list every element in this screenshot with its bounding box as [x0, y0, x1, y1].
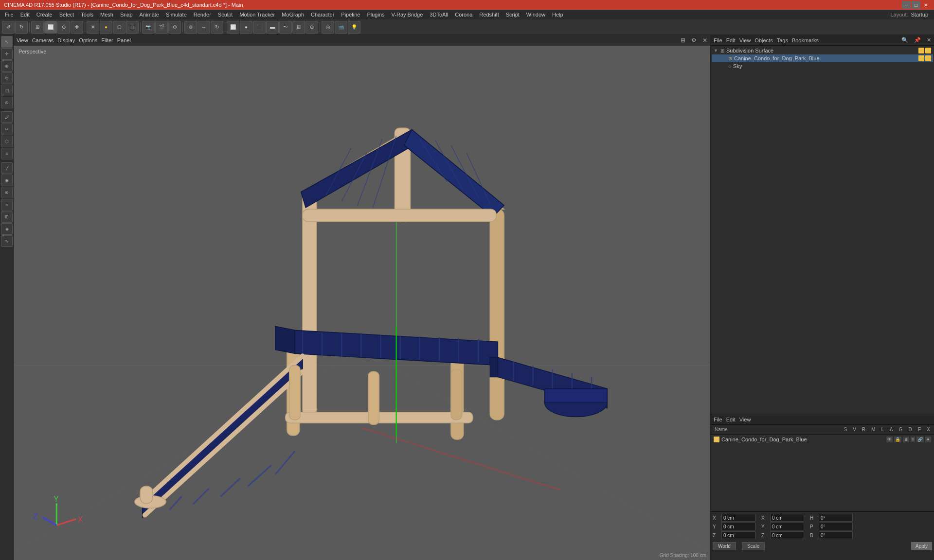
attr-menu-edit[interactable]: Edit — [726, 417, 736, 422]
coord-h-val[interactable] — [819, 514, 853, 522]
tool-arrow[interactable]: ↖ — [1, 36, 13, 48]
viewport-menu-filter[interactable]: Filter — [101, 37, 113, 43]
coord-z-rot[interactable] — [770, 531, 804, 539]
attr-icon-vis[interactable]: 👁 — [886, 437, 893, 442]
attr-item-canine[interactable]: Canine_Condo_for_Dog_Park_Blue 👁 🔒 🖥 ≡ 🔗… — [712, 436, 933, 443]
viewport-menu-cameras[interactable]: Cameras — [32, 37, 54, 43]
tool-smooth[interactable]: ≈ — [1, 199, 13, 210]
obj-close-icon[interactable]: ✕ — [927, 37, 931, 43]
tool-texture[interactable]: ◈ — [1, 223, 13, 235]
free-select-button[interactable]: ✚ — [71, 21, 83, 34]
coord-x-pos[interactable] — [721, 514, 755, 522]
sphere-button[interactable]: ● — [240, 21, 252, 34]
obj-menu-bookmarks[interactable]: Bookmarks — [792, 37, 819, 43]
tool-loop[interactable]: ⬡ — [1, 136, 13, 147]
menu-snap[interactable]: Snap — [117, 11, 136, 18]
coord-x-rot[interactable] — [770, 514, 804, 522]
obj-menu-tags[interactable]: Tags — [777, 37, 788, 43]
select-button[interactable]: ⬜ — [44, 21, 57, 34]
tool-knife[interactable]: ✂ — [1, 123, 13, 135]
spline-button[interactable]: 〜 — [279, 21, 292, 34]
obj-search-icon[interactable]: 🔍 — [901, 37, 908, 43]
menu-window[interactable]: Window — [523, 11, 548, 18]
close-button[interactable]: ✕ — [921, 1, 930, 9]
coord-b-val[interactable] — [819, 531, 853, 539]
menu-redshift[interactable]: Redshift — [476, 11, 502, 18]
poly-mode-button[interactable]: ◻ — [126, 21, 139, 34]
points-mode-button[interactable]: ● — [100, 21, 112, 34]
obj-render-icon[interactable]: ✓ — [925, 48, 931, 53]
world-mode-button[interactable]: World — [713, 542, 736, 550]
viewport-menu-panel[interactable]: Panel — [117, 37, 131, 43]
object-item-subdivision[interactable]: ▼ ⊞ Subdivision Surface ✓ ✓ — [712, 47, 933, 54]
boole-button[interactable]: ⊙ — [305, 21, 318, 34]
null-button[interactable]: ◎ — [322, 21, 334, 34]
rotate-tool-button[interactable]: ↻ — [211, 21, 223, 34]
plane-button[interactable]: ▬ — [266, 21, 279, 34]
ffd-button[interactable]: ⊞ — [292, 21, 305, 34]
menu-mograph[interactable]: MoGraph — [279, 11, 307, 18]
menu-motion-tracker[interactable]: Motion Tracker — [236, 11, 278, 18]
cube-button[interactable]: ⬜ — [227, 21, 239, 34]
menu-script[interactable]: Script — [503, 11, 522, 18]
menu-tools[interactable]: Tools — [78, 11, 96, 18]
minimize-button[interactable]: − — [902, 1, 911, 9]
menu-pipeline[interactable]: Pipeline — [338, 11, 363, 18]
obj-vis-icon-2[interactable]: ✓ — [918, 55, 924, 61]
cylinder-button[interactable]: ⬛ — [253, 21, 266, 34]
menu-render[interactable]: Render — [191, 11, 214, 18]
menu-3dtall[interactable]: 3DToAll — [427, 11, 451, 18]
viewport-menu-options[interactable]: Options — [79, 37, 97, 43]
select-all-button[interactable]: ⊞ — [31, 21, 44, 34]
undo-button[interactable]: ↺ — [2, 21, 15, 34]
menu-corona[interactable]: Corona — [452, 11, 475, 18]
obj-pin-icon[interactable]: 📌 — [914, 37, 921, 43]
tool-soft-select[interactable]: ◉ — [1, 175, 13, 186]
attr-icon-lock[interactable]: 🔒 — [894, 437, 901, 442]
obj-render-icon-2[interactable]: ✓ — [925, 55, 931, 61]
camera-button[interactable]: 📹 — [335, 21, 347, 34]
menu-edit[interactable]: Edit — [18, 11, 33, 18]
coord-z-pos[interactable] — [721, 531, 755, 539]
coord-y-pos[interactable] — [721, 523, 755, 530]
attr-icon-anim[interactable]: ≡ — [911, 437, 915, 442]
apply-button[interactable]: Apply — [911, 542, 932, 550]
attr-icon-more[interactable]: ✦ — [925, 437, 931, 442]
menu-help[interactable]: Help — [549, 11, 566, 18]
obj-menu-view[interactable]: View — [739, 37, 751, 43]
menu-create[interactable]: Create — [34, 11, 55, 18]
tool-line[interactable]: ╱ — [1, 162, 13, 174]
light-button[interactable]: 💡 — [348, 21, 360, 34]
model-mode-button[interactable]: ✕ — [87, 21, 99, 34]
tool-rotate[interactable]: ↻ — [1, 72, 13, 84]
tool-magnet[interactable]: ⊗ — [1, 187, 13, 198]
menu-plugins[interactable]: Plugins — [364, 11, 387, 18]
coord-y-rot[interactable] — [770, 523, 804, 530]
menu-character[interactable]: Character — [308, 11, 337, 18]
render-settings-button[interactable]: ⚙ — [168, 21, 181, 34]
menu-select[interactable]: Select — [56, 11, 77, 18]
render-view-button[interactable]: 📷 — [142, 21, 155, 34]
obj-menu-edit[interactable]: Edit — [726, 37, 736, 43]
menu-simulate[interactable]: Simulate — [163, 11, 190, 18]
attr-icon-render[interactable]: 🖥 — [903, 437, 909, 442]
move-tool-button[interactable]: ⊕ — [184, 21, 197, 34]
scale-tool-button[interactable]: ↔ — [198, 21, 210, 34]
menu-animate[interactable]: Animate — [137, 11, 162, 18]
viewport-icon-settings[interactable]: ⚙ — [691, 37, 697, 44]
object-item-sky[interactable]: ○ Sky — [712, 62, 933, 70]
tool-spline-pen[interactable]: ∿ — [1, 235, 13, 247]
viewport-icon-close[interactable]: ✕ — [702, 37, 707, 44]
viewport-menu-view[interactable]: View — [17, 37, 28, 43]
3d-viewport[interactable]: View Cameras Display Options Filter Pane… — [14, 35, 710, 560]
tool-scale[interactable]: ⊕ — [1, 60, 13, 72]
maximize-button[interactable]: □ — [912, 1, 920, 9]
menu-vray[interactable]: V-Ray Bridge — [389, 11, 426, 18]
obj-menu-objects[interactable]: Objects — [754, 37, 772, 43]
tool-paint[interactable]: 🖊 — [1, 111, 13, 123]
viewport-menu-display[interactable]: Display — [57, 37, 75, 43]
attr-menu-file[interactable]: File — [714, 417, 722, 422]
tool-bridge[interactable]: ≡ — [1, 148, 13, 159]
obj-menu-file[interactable]: File — [714, 37, 722, 43]
tool-grid[interactable]: ⊞ — [1, 211, 13, 223]
